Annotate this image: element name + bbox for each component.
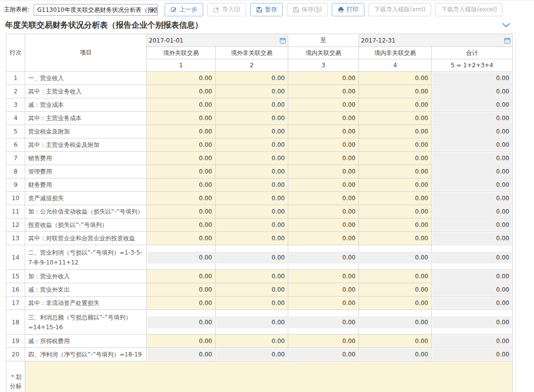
value-input-cell[interactable]: 0.00: [359, 98, 432, 112]
value-input-cell[interactable]: 0.00: [359, 112, 432, 125]
value-input-cell[interactable]: 0.00: [359, 138, 432, 152]
import-button[interactable]: 导入(I): [207, 3, 246, 16]
print-button[interactable]: 打印: [332, 3, 364, 16]
value-input-cell[interactable]: 0.00: [359, 297, 432, 310]
item-label-cell: 销售费用: [25, 152, 147, 165]
collapse-chevron-icon[interactable]: [502, 23, 510, 28]
value-input-cell[interactable]: 0.00: [288, 192, 359, 205]
value-input-cell[interactable]: 0.00: [359, 165, 432, 178]
value-input-cell[interactable]: 0.00: [359, 178, 432, 192]
table-row: 16减：营业外支出0.000.000.000.000.00: [6, 283, 513, 297]
value-input-cell[interactable]: 0.00: [147, 270, 216, 283]
value-input-cell[interactable]: 0.00: [288, 270, 359, 283]
readonly-value-cell: 0.00: [432, 125, 513, 138]
period-start-value: 2017-01-01: [149, 37, 183, 44]
value-input-cell[interactable]: 0.00: [147, 165, 216, 178]
value-input-cell[interactable]: 0.00: [147, 335, 216, 348]
save-button[interactable]: 保存(S): [287, 3, 328, 16]
value-input-cell[interactable]: 0.00: [216, 165, 288, 178]
value-input-cell[interactable]: 0.00: [147, 178, 216, 192]
value-input-cell[interactable]: 0.00: [147, 192, 216, 205]
download-xml-template-button[interactable]: 下载导入模版(xml): [368, 3, 432, 16]
value-input-cell[interactable]: 0.00: [288, 178, 359, 192]
table-row: 12投资收益（损失以“-”号填列）0.000.000.000.000.00: [6, 218, 513, 232]
value-input-cell[interactable]: 0.00: [359, 205, 432, 218]
value-input-cell[interactable]: 0.00: [216, 72, 288, 85]
value-input-cell[interactable]: 0.00: [288, 138, 359, 152]
value-input-cell[interactable]: 0.00: [147, 205, 216, 218]
row-number-cell: 15: [6, 270, 25, 283]
value-input-cell[interactable]: 0.00: [147, 283, 216, 297]
value-input-cell[interactable]: 0.00: [288, 152, 359, 165]
value-input-cell[interactable]: 0.00: [216, 297, 288, 310]
value-input-cell[interactable]: 0.00: [359, 152, 432, 165]
value-input-cell[interactable]: 0.00: [216, 98, 288, 112]
value-input-cell[interactable]: 0.00: [359, 218, 432, 232]
value-input-cell[interactable]: 0.00: [288, 98, 359, 112]
calendar-icon[interactable]: [504, 37, 511, 44]
calendar-icon[interactable]: [279, 37, 286, 44]
readonly-value-cell: 0.00: [432, 335, 513, 348]
value-input-cell[interactable]: 0.00: [288, 112, 359, 125]
value-input-cell[interactable]: 0.00: [359, 283, 432, 297]
value-input-cell[interactable]: 0.00: [147, 232, 216, 245]
button-label: 下载导入模版(excel): [441, 5, 497, 14]
column-number: 2: [216, 59, 288, 72]
column-number: 4: [359, 59, 432, 72]
value-input-cell[interactable]: 0.00: [216, 85, 288, 98]
value-input-cell[interactable]: 0.00: [359, 72, 432, 85]
value-input-cell[interactable]: 0.00: [359, 335, 432, 348]
value-input-cell[interactable]: 0.00: [359, 192, 432, 205]
value-input-cell[interactable]: 0.00: [288, 297, 359, 310]
value-input-cell[interactable]: 0.00: [359, 125, 432, 138]
prev-step-button[interactable]: 上一步: [165, 3, 203, 16]
division-standard-input[interactable]: [25, 362, 512, 392]
value-input-cell[interactable]: 0.00: [216, 270, 288, 283]
value-input-cell[interactable]: 0.00: [216, 125, 288, 138]
value-input-cell[interactable]: 0.00: [288, 335, 359, 348]
value-input-cell[interactable]: 0.00: [288, 205, 359, 218]
value-input-cell[interactable]: 0.00: [147, 138, 216, 152]
value-input-cell[interactable]: 0.00: [216, 283, 288, 297]
readonly-value-cell: 0.00: [288, 348, 359, 361]
value-input-cell[interactable]: 0.00: [147, 125, 216, 138]
value-input-cell[interactable]: 0.00: [216, 138, 288, 152]
readonly-value-cell: 0.00: [432, 348, 513, 361]
value-input-cell[interactable]: 0.00: [359, 85, 432, 98]
value-input-cell[interactable]: 0.00: [359, 232, 432, 245]
report-select[interactable]: G113010年度关联交易财务状况分析表（报告企: [34, 4, 158, 16]
value-input-cell[interactable]: 0.00: [288, 218, 359, 232]
value-input-cell[interactable]: 0.00: [216, 112, 288, 125]
value-input-cell[interactable]: 0.00: [288, 232, 359, 245]
value-input-cell[interactable]: 0.00: [216, 218, 288, 232]
value-input-cell[interactable]: 0.00: [288, 165, 359, 178]
value-input-cell[interactable]: 0.00: [288, 125, 359, 138]
value-input-cell[interactable]: 0.00: [359, 270, 432, 283]
value-input-cell[interactable]: 0.00: [147, 98, 216, 112]
column-header-item: 项目: [25, 34, 147, 72]
download-excel-template-button[interactable]: 下载导入模版(excel): [435, 3, 503, 16]
temp-save-button[interactable]: 暂存: [250, 3, 283, 16]
value-input-cell[interactable]: 0.00: [288, 85, 359, 98]
value-input-cell[interactable]: 0.00: [216, 335, 288, 348]
value-input-cell[interactable]: 0.00: [147, 218, 216, 232]
value-input-cell[interactable]: 0.00: [216, 192, 288, 205]
value-input-cell[interactable]: 0.00: [216, 232, 288, 245]
table-row: 9财务费用0.000.000.000.000.00: [6, 178, 513, 192]
value-input-cell[interactable]: 0.00: [147, 297, 216, 310]
row-number-cell: 7: [6, 152, 25, 165]
readonly-value-cell: 0.00: [216, 245, 288, 270]
readonly-value-cell: 0.00: [432, 310, 513, 335]
period-end-value: 2017-12-31: [361, 37, 396, 44]
value-input-cell[interactable]: 0.00: [216, 205, 288, 218]
value-input-cell[interactable]: 0.00: [147, 152, 216, 165]
value-input-cell[interactable]: 0.00: [216, 178, 288, 192]
button-label: 上一步: [179, 5, 197, 14]
value-input-cell[interactable]: 0.00: [288, 72, 359, 85]
value-input-cell[interactable]: 0.00: [147, 72, 216, 85]
value-input-cell[interactable]: 0.00: [147, 85, 216, 98]
table-row: 19减：所得税费用0.000.000.000.000.00: [6, 335, 513, 348]
value-input-cell[interactable]: 0.00: [147, 112, 216, 125]
value-input-cell[interactable]: 0.00: [288, 283, 359, 297]
value-input-cell[interactable]: 0.00: [216, 152, 288, 165]
